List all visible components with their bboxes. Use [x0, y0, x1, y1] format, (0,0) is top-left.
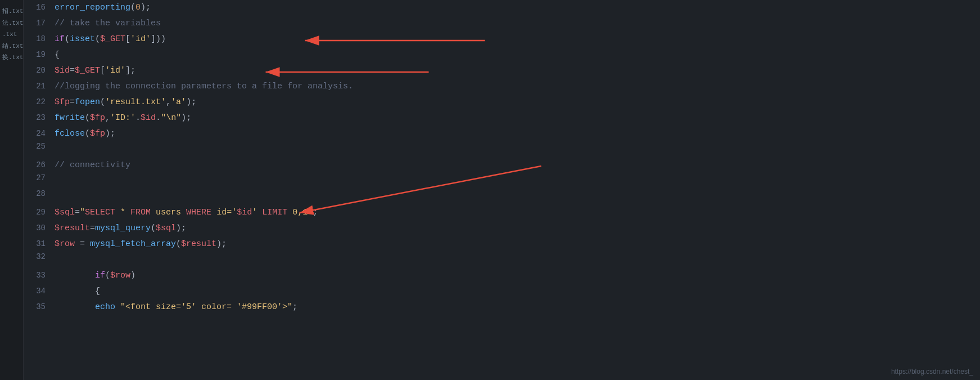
line-num-21: 21	[24, 82, 55, 91]
code-line-17: 17 // take the variables	[24, 16, 980, 32]
code-line-16: 16 error_reporting(0);	[24, 0, 980, 16]
line-content-35: echo "<font size='5' color= '#99FF00'>";	[55, 299, 980, 315]
sidebar-item-1[interactable]: 招.txt	[0, 6, 23, 17]
line-content-21: //logging the connection parameters to a…	[55, 79, 980, 95]
line-num-22: 22	[24, 97, 55, 106]
line-content-34: {	[55, 284, 980, 299]
code-line-23: 23 fwrite($fp,'ID:'.$id."\n");	[24, 110, 980, 126]
line-content-19: {	[55, 47, 980, 63]
line-content-22: $fp=fopen('result.txt','a');	[55, 95, 980, 110]
code-area: 16 error_reporting(0); 17 // take the va…	[24, 0, 980, 380]
line-num-23: 23	[24, 113, 55, 122]
line-content-30: $result=mysql_query($sql);	[55, 221, 980, 236]
line-content-33: if($row)	[55, 268, 980, 284]
line-num-34: 34	[24, 287, 55, 296]
code-line-29: 29 $sql="SELECT * FROM users WHERE id='$…	[24, 205, 980, 221]
line-num-32: 32	[24, 252, 55, 261]
line-content-29: $sql="SELECT * FROM users WHERE id='$id'…	[55, 205, 980, 221]
line-num-19: 19	[24, 50, 55, 59]
code-line-22: 22 $fp=fopen('result.txt','a');	[24, 95, 980, 110]
code-line-21: 21 //logging the connection parameters t…	[24, 79, 980, 95]
line-num-28: 28	[24, 189, 55, 198]
code-line-28: 28	[24, 189, 980, 205]
line-content-20: $id=$_GET['id'];	[55, 63, 980, 79]
line-num-33: 33	[24, 271, 55, 280]
code-line-32: 32	[24, 252, 980, 268]
line-content-18: if(isset($_GET['id']))	[55, 32, 980, 47]
line-num-26: 26	[24, 160, 55, 169]
line-num-27: 27	[24, 173, 55, 182]
code-container: 16 error_reporting(0); 17 // take the va…	[24, 0, 980, 315]
line-num-29: 29	[24, 208, 55, 217]
line-content-17: // take the variables	[55, 16, 980, 32]
code-line-19: 19 {	[24, 47, 980, 63]
line-num-25: 25	[24, 142, 55, 151]
watermark: https://blog.csdn.net/chest_	[891, 368, 973, 375]
code-line-33: 33 if($row)	[24, 268, 980, 284]
code-line-30: 30 $result=mysql_query($sql);	[24, 221, 980, 236]
line-num-31: 31	[24, 239, 55, 248]
code-line-20: 20 $id=$_GET['id'];	[24, 63, 980, 79]
code-line-24: 24 fclose($fp);	[24, 126, 980, 142]
line-num-16: 16	[24, 3, 55, 12]
code-line-34: 34 {	[24, 284, 980, 299]
line-num-17: 17	[24, 19, 55, 28]
line-num-20: 20	[24, 66, 55, 75]
code-line-26: 26 // connectivity	[24, 158, 980, 173]
line-num-30: 30	[24, 223, 55, 233]
sidebar-item-2[interactable]: 法.txt	[0, 17, 23, 29]
sidebar-item-5[interactable]: 换.txt	[0, 52, 23, 64]
line-num-24: 24	[24, 129, 55, 138]
line-content-23: fwrite($fp,'ID:'.$id."\n");	[55, 110, 980, 126]
code-line-31: 31 $row = mysql_fetch_array($result);	[24, 236, 980, 252]
code-line-25: 25	[24, 142, 980, 158]
line-num-18: 18	[24, 34, 55, 43]
code-line-18: 18 if(isset($_GET['id']))	[24, 32, 980, 47]
line-content-24: fclose($fp);	[55, 126, 980, 142]
line-content-16: error_reporting(0);	[55, 0, 980, 16]
sidebar-item-3[interactable]: .txt	[0, 29, 23, 41]
code-line-27: 27	[24, 173, 980, 189]
sidebar-item-4[interactable]: 结.txt	[0, 41, 23, 52]
code-line-35: 35 echo "<font size='5' color= '#99FF00'…	[24, 299, 980, 315]
line-content-26: // connectivity	[55, 158, 980, 173]
line-num-35: 35	[24, 302, 55, 311]
line-content-31: $row = mysql_fetch_array($result);	[55, 236, 980, 252]
sidebar: 招.txt 法.txt .txt 结.txt 换.txt	[0, 0, 24, 380]
